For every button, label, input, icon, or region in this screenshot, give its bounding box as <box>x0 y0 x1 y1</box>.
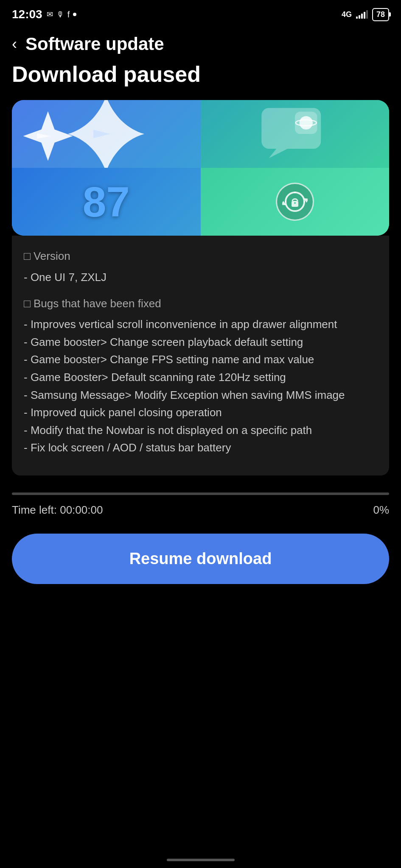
bug-item-3: - Game Booster> Default scanning rate 12… <box>24 369 377 387</box>
signal-bar-4 <box>364 12 365 19</box>
banner-cell-chat <box>201 100 390 168</box>
bugs-section: □ Bugs that have been fixed - Improves v… <box>24 295 377 457</box>
status-left: 12:03 ✉ 🎙 f <box>12 8 76 21</box>
progress-section: Time left: 00:00:00 0% <box>0 476 401 521</box>
notification-dot <box>73 13 76 16</box>
version-section: □ Version - One UI 7, ZXLJ <box>24 248 377 286</box>
banner-cell-bixby <box>12 100 201 168</box>
bug-item-0: - Improves vertical scroll inconvenience… <box>24 316 377 334</box>
status-time: 12:03 <box>12 8 42 21</box>
time-left: Time left: 00:00:00 <box>12 504 103 517</box>
signal-bars <box>356 10 368 19</box>
gesture-bar <box>167 859 235 861</box>
bug-item-1: - Game booster> Change screen playback d… <box>24 334 377 351</box>
back-button[interactable]: ‹ <box>12 36 17 52</box>
banner-cell-sync <box>201 168 390 236</box>
network-type: 4G <box>342 10 352 19</box>
svg-point-5 <box>299 116 313 130</box>
bug-item-4: - Samsung Message> Modify Exception when… <box>24 387 377 404</box>
email-icon: ✉ <box>47 10 53 19</box>
main-content: Download paused <box>0 61 401 476</box>
battery-indicator: 78 <box>372 8 389 21</box>
bixby-star-icon <box>20 108 76 164</box>
update-banner: 87 <box>12 100 389 236</box>
percent-display: 0% <box>373 504 389 517</box>
bug-item-6: - Modify that the Nowbar is not displaye… <box>24 422 377 440</box>
battery-level: 78 <box>376 10 385 19</box>
number-87: 87 <box>83 178 130 226</box>
facebook-icon: f <box>67 10 70 19</box>
star-shape <box>64 100 149 168</box>
signal-bar-3 <box>361 14 363 19</box>
sync-icon <box>282 189 308 214</box>
bug-items-list: - Improves vertical scroll inconvenience… <box>24 316 377 457</box>
status-icons: ✉ 🎙 f <box>47 10 77 19</box>
bug-item-7: - Fix lock screen / AOD / status bar bat… <box>24 439 377 457</box>
banner-cell-number: 87 <box>12 168 201 236</box>
banner-grid: 87 <box>12 100 389 236</box>
progress-bar-container <box>12 492 389 495</box>
signal-bar-2 <box>359 15 360 19</box>
mic-icon: 🎙 <box>56 10 64 19</box>
sync-icon-container <box>276 183 314 221</box>
svg-point-10 <box>294 202 296 204</box>
button-section: Resume download <box>0 521 401 593</box>
release-notes: □ Version - One UI 7, ZXLJ □ Bugs that h… <box>12 236 389 476</box>
download-status-title: Download paused <box>12 61 389 87</box>
progress-info: Time left: 00:00:00 0% <box>12 504 389 517</box>
signal-bar-5 <box>366 10 368 19</box>
resume-download-button[interactable]: Resume download <box>12 534 389 584</box>
chat-bubble-icon <box>257 104 333 164</box>
nav-bar: ‹ Software update <box>0 25 401 61</box>
bugs-label: □ Bugs that have been fixed <box>24 295 377 313</box>
page-title: Software update <box>25 34 164 54</box>
bug-item-2: - Game booster> Change FPS setting name … <box>24 351 377 369</box>
status-bar: 12:03 ✉ 🎙 f 4G 78 <box>0 0 401 25</box>
svg-marker-3 <box>269 149 288 158</box>
version-value: - One UI 7, ZXLJ <box>24 269 377 287</box>
version-label: □ Version <box>24 248 377 265</box>
signal-bar-1 <box>356 17 358 19</box>
bug-item-5: - Improved quick panel closing operation <box>24 404 377 422</box>
status-right: 4G 78 <box>342 8 389 21</box>
